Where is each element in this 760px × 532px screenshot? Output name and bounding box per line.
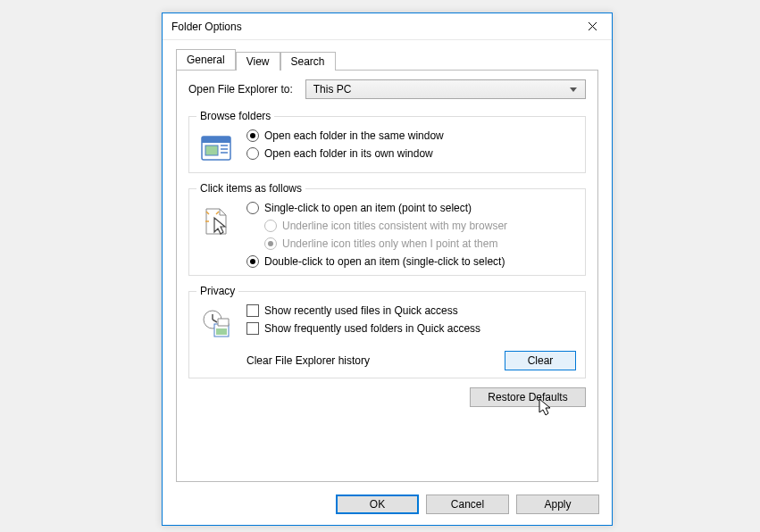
- checkbox-show-files-label: Show recently used files in Quick access: [264, 304, 458, 317]
- radio-single-click-label: Single-click to open an item (point to s…: [264, 202, 472, 214]
- ok-button[interactable]: OK: [336, 495, 419, 514]
- cursor-click-icon: [200, 205, 232, 237]
- browse-folders-fieldset: Browse folders: [188, 110, 586, 173]
- radio-underline-browser-label: Underline icon titles consistent with my…: [282, 220, 507, 232]
- close-button[interactable]: [572, 13, 612, 39]
- radio-bullet-icon: [246, 129, 259, 142]
- titlebar: Folder Options: [163, 13, 612, 40]
- tab-search[interactable]: Search: [280, 52, 336, 71]
- tab-view[interactable]: View: [236, 52, 280, 71]
- cancel-button[interactable]: Cancel: [426, 495, 509, 514]
- clear-button[interactable]: Clear: [505, 351, 576, 370]
- radio-bullet-icon: [246, 202, 259, 214]
- checkbox-show-files[interactable]: Show recently used files in Quick access: [246, 304, 576, 317]
- close-icon: [588, 21, 597, 31]
- window-title: Folder Options: [171, 21, 242, 33]
- svg-rect-1: [202, 137, 230, 143]
- radio-same-window[interactable]: Open each folder in the same window: [246, 129, 576, 142]
- svg-rect-13: [216, 328, 227, 335]
- checkbox-show-folders[interactable]: Show frequently used folders in Quick ac…: [246, 322, 576, 335]
- browse-folders-legend: Browse folders: [196, 110, 274, 122]
- radio-underline-point: Underline icon titles only when I point …: [264, 237, 576, 250]
- apply-button[interactable]: Apply: [516, 495, 599, 514]
- radio-double-click-label: Double-click to open an item (single-cli…: [264, 255, 505, 268]
- privacy-icon-area: [196, 304, 236, 340]
- radio-single-click[interactable]: Single-click to open an item (point to s…: [246, 202, 576, 214]
- dialog-footer: OK Cancel Apply: [163, 487, 612, 525]
- radio-bullet-icon: [264, 237, 277, 250]
- tab-strip: General View Search: [176, 49, 598, 70]
- checkbox-box-icon: [246, 322, 259, 335]
- privacy-history-icon: [200, 308, 232, 340]
- restore-defaults-row: Restore Defaults: [188, 387, 586, 407]
- radio-same-window-label: Open each folder in the same window: [264, 129, 444, 142]
- radio-bullet-icon: [246, 147, 259, 160]
- folder-window-icon: [200, 133, 232, 165]
- tab-general[interactable]: General: [176, 49, 236, 70]
- checkbox-box-icon: [246, 304, 259, 317]
- click-items-icon-area: [196, 202, 236, 237]
- privacy-legend: Privacy: [196, 285, 238, 297]
- open-explorer-label: Open File Explorer to:: [188, 83, 293, 96]
- restore-defaults-button[interactable]: Restore Defaults: [470, 387, 586, 407]
- tab-panel-general: Open File Explorer to: This PC Browse fo…: [176, 70, 598, 482]
- click-items-fieldset: Click items as follows: [188, 182, 586, 276]
- clear-history-row: Clear File Explorer history Clear: [246, 351, 576, 370]
- radio-underline-point-label: Underline icon titles only when I point …: [282, 237, 497, 250]
- checkbox-show-folders-label: Show frequently used folders in Quick ac…: [264, 322, 480, 335]
- browse-folders-icon-area: [196, 129, 236, 165]
- radio-bullet-icon: [246, 255, 259, 268]
- chevron-down-icon: [570, 87, 577, 92]
- radio-own-window[interactable]: Open each folder in its own window: [246, 147, 576, 160]
- svg-rect-2: [205, 145, 218, 155]
- clear-history-label: Clear File Explorer history: [246, 354, 370, 367]
- radio-own-window-label: Open each folder in its own window: [264, 147, 433, 160]
- folder-options-dialog: Folder Options General View Search Open …: [162, 12, 613, 526]
- open-explorer-select[interactable]: This PC: [305, 79, 586, 99]
- open-explorer-value: This PC: [313, 83, 352, 96]
- dialog-body: General View Search Open File Explorer t…: [163, 40, 612, 487]
- privacy-fieldset: Privacy: [188, 285, 586, 378]
- radio-double-click[interactable]: Double-click to open an item (single-cli…: [246, 255, 576, 268]
- radio-underline-browser: Underline icon titles consistent with my…: [264, 220, 576, 232]
- radio-bullet-icon: [264, 220, 277, 232]
- click-items-legend: Click items as follows: [196, 182, 305, 195]
- open-explorer-row: Open File Explorer to: This PC: [188, 79, 586, 99]
